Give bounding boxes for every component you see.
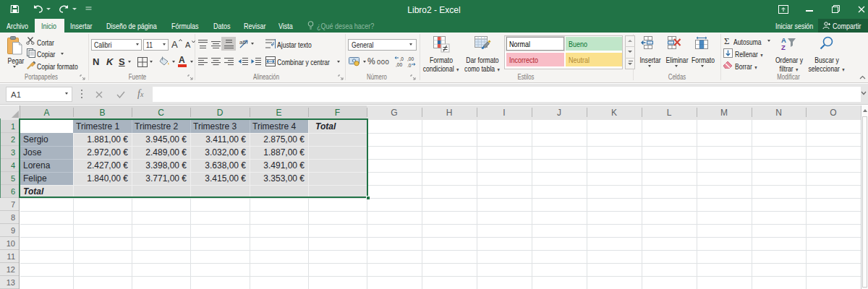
svg-text:,0: ,0 [400,56,404,61]
svg-text:ab: ab [239,39,246,46]
svg-text:Z: Z [781,43,786,51]
svg-text:,00: ,00 [407,56,414,61]
svg-text:,00: ,00 [396,62,402,67]
svg-text:A: A [185,40,191,48]
svg-text:,0: ,0 [407,63,412,68]
svg-text:A: A [171,39,178,48]
